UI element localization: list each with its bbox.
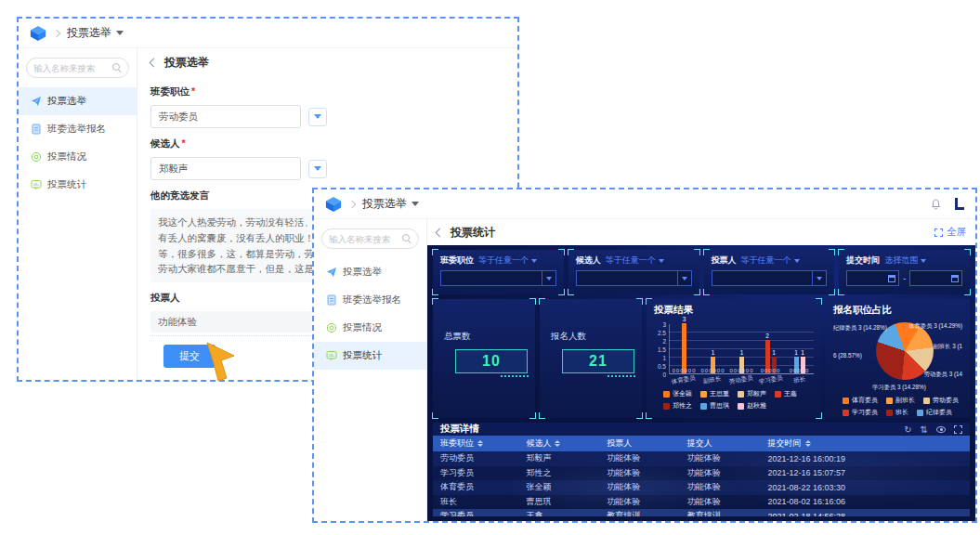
filter-label: 投票人	[712, 254, 737, 267]
target-circle-icon	[31, 151, 42, 163]
legend-item[interactable]: 郑性之	[663, 401, 692, 411]
column-header[interactable]: 投票人	[599, 437, 680, 450]
chevron-down-icon	[659, 259, 664, 263]
legend-item[interactable]: 体育委员	[843, 396, 878, 405]
sidebar-item-voting-stats[interactable]: 投票统计	[314, 342, 426, 370]
select-caret[interactable]	[677, 271, 691, 285]
paper-plane-icon	[31, 96, 42, 107]
bar-group-sports: 3 000000	[670, 324, 699, 373]
column-header[interactable]: 班委职位	[433, 437, 518, 450]
search-icon	[402, 234, 412, 243]
sidebar-item-voting-status[interactable]: 投票情况	[19, 143, 137, 171]
sort-updown-icon[interactable]: ⇅	[921, 424, 928, 435]
table-row[interactable]: 劳动委员郑毅声功能体验功能体验2021-12-16 16:00:19	[433, 451, 970, 466]
sidebar-item-label: 投票情况	[47, 150, 86, 163]
legend-item[interactable]: 纪律委员	[917, 408, 952, 417]
eye-icon[interactable]	[936, 426, 946, 433]
filter-operator-dropdown[interactable]: 选择范围	[884, 254, 926, 267]
legend-swatch	[663, 403, 670, 410]
bar-zhangquanying-sports[interactable]: 3	[682, 323, 686, 373]
sidebar-item-voting-election[interactable]: 投票选举	[314, 258, 426, 286]
legend-item[interactable]: 副班长	[886, 396, 915, 405]
submit-button[interactable]: 提交	[163, 345, 216, 368]
back-chevron-icon[interactable]	[436, 228, 445, 237]
date-start-input[interactable]	[846, 270, 899, 286]
table-row[interactable]: 学习委员王鑫教育培训教育培训2021-02-18 14:56:28	[433, 509, 970, 516]
date-end-input[interactable]	[909, 270, 962, 286]
refresh-icon[interactable]: ↻	[904, 424, 911, 435]
legend-item[interactable]: 王思重	[700, 389, 729, 398]
legend-item[interactable]: 曹思琪	[700, 401, 729, 411]
total-votes-value: 10	[482, 353, 501, 370]
position-select-caret-button[interactable]	[308, 108, 327, 126]
filter-voter-select[interactable]	[712, 270, 828, 286]
legend-swatch	[886, 398, 893, 404]
legend-item[interactable]: 学习委员	[843, 408, 878, 417]
sort-icon[interactable]	[805, 440, 811, 447]
filter-operator-dropdown[interactable]: 等于任意一个	[606, 254, 664, 267]
sort-icon[interactable]	[555, 440, 560, 447]
sidebar-item-voting-status[interactable]: 投票情况	[314, 314, 426, 342]
column-header[interactable]: 提交时间	[761, 437, 873, 450]
bar-group-vice-monitor: 1 000000	[699, 324, 727, 373]
table-row[interactable]: 体育委员张全颖功能体验功能体验2021-08-22 16:03:30	[433, 480, 970, 495]
pie-callout-discipline: 纪律委员 3 (14.28%)	[833, 324, 887, 333]
column-header[interactable]: 候选人	[518, 437, 599, 450]
breadcrumb[interactable]: 投票选举	[67, 25, 124, 41]
chevron-down-icon	[682, 277, 687, 281]
select-caret[interactable]	[542, 271, 555, 285]
sidebar-item-voting-election[interactable]: 投票选举	[19, 87, 137, 115]
legend-item[interactable]: 张全颖	[663, 389, 692, 398]
table-row[interactable]: 班长曹思琪功能体验功能体验2021-08-02 16:16:06	[433, 495, 970, 510]
legend-swatch	[775, 391, 781, 398]
pie-callout-labor: 劳动委员 3 (14	[924, 371, 962, 379]
sidebar-item-committee-signup[interactable]: 班委选举报名	[19, 115, 137, 143]
candidate-select-caret-button[interactable]	[308, 160, 327, 178]
legend-item[interactable]: 赵秋雅	[738, 401, 766, 411]
required-mark: *	[182, 137, 186, 149]
position-select[interactable]: 劳动委员	[150, 105, 301, 128]
table-fullscreen-icon[interactable]	[954, 425, 962, 434]
back-chevron-icon[interactable]	[150, 58, 159, 67]
legend-swatch	[843, 398, 849, 404]
chevron-down-icon	[794, 259, 800, 263]
candidate-field-label: 候选人*	[150, 137, 506, 150]
search-input[interactable]	[33, 63, 112, 73]
bar-group-labor: 1 000000	[727, 324, 756, 373]
stat-value-box: 21	[562, 349, 634, 373]
bar-chart-y-axis: 3 2.5 2 1.5 1 0.5 0	[654, 324, 669, 374]
required-mark: *	[191, 85, 195, 97]
table-row[interactable]: 学习委员郑性之功能体验功能体验2021-12-16 15:07:57	[433, 466, 970, 481]
pie-chart-title: 报名职位占比	[833, 304, 962, 317]
sidebar-item-voting-stats[interactable]: 投票统计	[19, 171, 137, 199]
sidebar-search[interactable]	[26, 58, 129, 78]
select-caret[interactable]	[812, 271, 826, 285]
filter-operator-dropdown[interactable]: 等于任意一个	[478, 254, 537, 267]
page-title: 投票选举	[164, 55, 209, 71]
legend-item[interactable]: 劳动委员	[923, 396, 959, 405]
bell-icon[interactable]	[930, 198, 942, 211]
column-header[interactable]: 提交人	[680, 437, 761, 450]
candidate-select[interactable]: 郑毅声	[150, 157, 301, 180]
document-icon	[31, 124, 42, 135]
breadcrumb[interactable]: 投票选举	[362, 196, 419, 212]
legend-item[interactable]: 班长	[886, 408, 908, 417]
filter-label: 候选人	[576, 254, 601, 267]
chevron-down-icon	[116, 31, 124, 35]
fullscreen-button[interactable]: 全屏	[934, 226, 966, 239]
sidebar-item-committee-signup[interactable]: 班委选举报名	[314, 286, 426, 314]
sidebar-search[interactable]	[321, 228, 419, 249]
filter-position-select[interactable]	[440, 270, 556, 286]
filter-candidate-select[interactable]	[576, 270, 692, 286]
stat-label: 报名人数	[551, 331, 642, 343]
sidebar-item-label: 投票统计	[343, 349, 382, 362]
bar-chart-title: 投票结果	[654, 304, 814, 317]
search-input[interactable]	[329, 234, 402, 244]
legend-item[interactable]: 郑毅声	[738, 389, 766, 398]
position-select-value: 劳动委员	[159, 111, 198, 124]
legend-swatch	[738, 403, 744, 410]
sort-icon[interactable]	[477, 440, 483, 447]
legend-item[interactable]: 王鑫	[775, 389, 797, 398]
filter-operator-dropdown[interactable]: 等于任意一个	[741, 254, 800, 267]
chevron-down-icon	[531, 259, 537, 263]
